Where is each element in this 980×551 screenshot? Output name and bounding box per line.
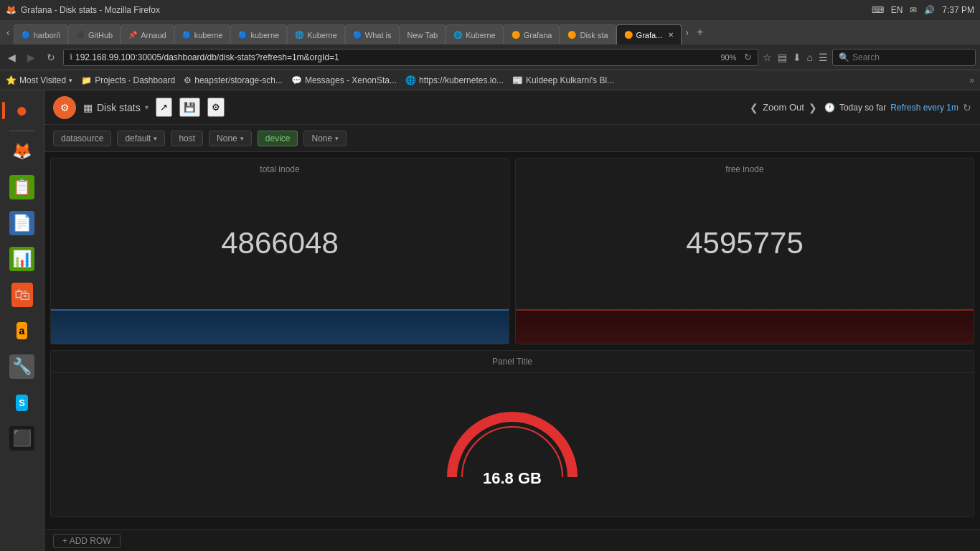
dock-item-tools[interactable]: 🔧 xyxy=(5,349,39,384)
tab-kube2[interactable]: 🔵 kuberne xyxy=(230,24,287,44)
dock-divider xyxy=(9,131,35,131)
more-bookmarks[interactable]: » xyxy=(969,75,974,85)
dock-item-app1[interactable]: 📄 xyxy=(5,206,39,240)
bookmark-kubernetes[interactable]: 🌐 https://kubernetes.io... xyxy=(405,75,504,85)
filter-host-label[interactable]: host xyxy=(171,131,203,146)
grafana-logo[interactable]: ⚙ xyxy=(53,96,76,119)
tab-close-btn[interactable]: ✕ xyxy=(668,31,674,39)
tab-back-btn[interactable]: ‹ xyxy=(3,25,14,39)
chart-bar-blue xyxy=(51,309,509,344)
download-icon[interactable]: ⬇ xyxy=(793,52,801,63)
dashboard-content: total inode 4866048 ⋮⋮ free inode 459577… xyxy=(44,152,980,551)
tab-harbor[interactable]: 🔵 harbor/i xyxy=(14,24,68,44)
title-chevron-down-icon: ▾ xyxy=(145,103,149,111)
volume-icon: 🔊 xyxy=(924,5,935,15)
mail-icon: ✉ xyxy=(910,5,917,15)
filter-device-label-text: device xyxy=(265,133,291,143)
bookmark-star-icon[interactable]: ☆ xyxy=(763,52,772,63)
tab-favicon: 🔵 xyxy=(238,31,247,39)
dock-item-spreadsheet[interactable]: 📊 xyxy=(5,242,39,276)
tab-favicon: 🌐 xyxy=(295,31,303,39)
bookmark-label: Kuldeep Kulkarni's Bl... xyxy=(526,75,614,85)
titlebar-left: 🦊 Grafana - Disk stats - Mozilla Firefox xyxy=(6,5,160,15)
tab-label: kuberne xyxy=(250,31,279,39)
filter-none-2[interactable]: None ▾ xyxy=(303,131,347,146)
tab-whatis[interactable]: 🔵 What is xyxy=(345,24,400,44)
add-row-footer: + ADD ROW xyxy=(44,529,980,551)
drag-handle[interactable]: ⋮⋮ xyxy=(273,248,287,255)
add-row-btn[interactable]: + ADD ROW xyxy=(53,534,121,548)
share-icon: ↗ xyxy=(160,102,168,113)
tab-github[interactable]: ⬛ GitHub xyxy=(68,24,121,44)
filter-datasource[interactable]: datasource xyxy=(53,131,111,146)
zoom-right-btn[interactable]: ❯ xyxy=(809,102,817,113)
filter-device-label[interactable]: device xyxy=(258,131,298,146)
tab-favicon: 🔵 xyxy=(353,31,362,39)
titlebar: 🦊 Grafana - Disk stats - Mozilla Firefox… xyxy=(0,0,980,20)
menu-icon[interactable]: ☰ xyxy=(819,52,828,63)
filter-default-chevron-icon: ▾ xyxy=(154,135,157,142)
tab-forward-btn[interactable]: › xyxy=(682,25,692,39)
tab-kube1[interactable]: 🔵 kuberne xyxy=(174,24,231,44)
search-input[interactable] xyxy=(852,52,969,62)
bookmark-icon: 💬 xyxy=(291,75,302,85)
row-panels-1: total inode 4866048 ⋮⋮ free inode 459577… xyxy=(50,158,974,344)
url-bar[interactable]: ℹ 192.168.99.100:30005/dashboard/db/disk… xyxy=(63,49,758,66)
filter-host-label-text: host xyxy=(179,133,195,143)
bookmark-projects[interactable]: 📁 Projects · Dashboard xyxy=(81,75,175,85)
dock-item-store[interactable]: 🛍 xyxy=(5,278,39,312)
refresh-btn[interactable]: ↻ xyxy=(963,102,971,113)
bookmark-most-visited[interactable]: ⭐ Most Visited ▾ xyxy=(6,75,72,85)
zoom-left-btn[interactable]: ❮ xyxy=(750,102,758,113)
dock-item-files[interactable]: 📋 xyxy=(5,170,39,204)
filter-none-1[interactable]: None ▾ xyxy=(209,131,252,146)
bookmark-label: Projects · Dashboard xyxy=(95,75,175,85)
settings-btn[interactable]: ⚙ xyxy=(207,98,225,117)
tab-newtab[interactable]: New Tab xyxy=(400,24,446,44)
dock-item-ubuntu[interactable]: ● xyxy=(5,93,39,128)
panel-free-inode: free inode 4595775 ⋮⋮ xyxy=(515,158,974,344)
kb-indicator: ⌨ xyxy=(872,5,884,15)
filter-default[interactable]: default ▾ xyxy=(117,131,165,146)
reader-view-icon[interactable]: ▤ xyxy=(778,52,787,63)
grafana-title-btn[interactable]: ▦ Disk stats ▾ xyxy=(83,102,149,113)
tab-disksta[interactable]: 🟠 Disk sta xyxy=(560,24,616,44)
home-icon[interactable]: ⌂ xyxy=(807,52,813,63)
reload-url-btn[interactable]: ↻ xyxy=(744,52,752,62)
dock-item-skype[interactable]: S xyxy=(5,385,39,420)
address-bar: ◀ ▶ ↻ ℹ 192.168.99.100:30005/dashboard/d… xyxy=(0,44,980,70)
drag-handle-2[interactable]: ⋮⋮ xyxy=(738,248,752,255)
tab-kube3[interactable]: 🌐 Kuberne xyxy=(287,24,345,44)
clock: 7:37 PM xyxy=(942,5,974,15)
tab-grafana-active[interactable]: 🟠 Grafa... ✕ xyxy=(616,24,682,44)
tab-arnaud[interactable]: 📌 Arnaud xyxy=(121,24,174,44)
reload-btn[interactable]: ↻ xyxy=(43,50,59,65)
forward-btn[interactable]: ▶ xyxy=(24,50,39,65)
bookmark-heapster[interactable]: ⚙ heapster/storage-sch... xyxy=(184,75,283,85)
tab-label: Kuberne xyxy=(466,31,496,39)
filter-none1-chevron-icon: ▾ xyxy=(240,135,244,142)
dock-item-amazon[interactable]: a xyxy=(5,314,39,348)
bookmark-kuldeep[interactable]: 📰 Kuldeep Kulkarni's Bl... xyxy=(512,75,614,85)
spreadsheet-icon: 📊 xyxy=(9,247,34,271)
tab-favicon: 🌐 xyxy=(453,31,462,39)
gauge-container: 16.8 GB xyxy=(440,387,584,502)
back-btn[interactable]: ◀ xyxy=(4,50,19,65)
tab-favicon: 🔵 xyxy=(182,31,191,39)
share-btn[interactable]: ↗ xyxy=(156,98,172,117)
tab-kube4[interactable]: 🌐 Kuberne xyxy=(446,24,504,44)
dock-item-terminal[interactable]: ⬛ xyxy=(5,421,39,456)
dock-item-firefox[interactable]: 🦊 xyxy=(5,134,39,169)
panel-total-inode-title: total inode xyxy=(51,159,509,177)
save-btn[interactable]: 💾 xyxy=(179,98,200,117)
grafana-logo-icon: ⚙ xyxy=(60,102,70,113)
new-tab-btn[interactable]: + xyxy=(692,26,707,39)
chevron-down-icon: ▾ xyxy=(69,77,72,84)
bookmark-label: https://kubernetes.io... xyxy=(419,75,504,85)
tab-grafana1[interactable]: 🟠 Grafana xyxy=(504,24,560,44)
search-bar-container[interactable]: 🔍 xyxy=(832,49,976,66)
bookmark-icon: ⚙ xyxy=(184,75,192,85)
bookmark-icon: 🌐 xyxy=(405,75,416,85)
bookmark-messages[interactable]: 💬 Messages - XenonSta... xyxy=(291,75,397,85)
tab-favicon: ⬛ xyxy=(76,31,85,39)
